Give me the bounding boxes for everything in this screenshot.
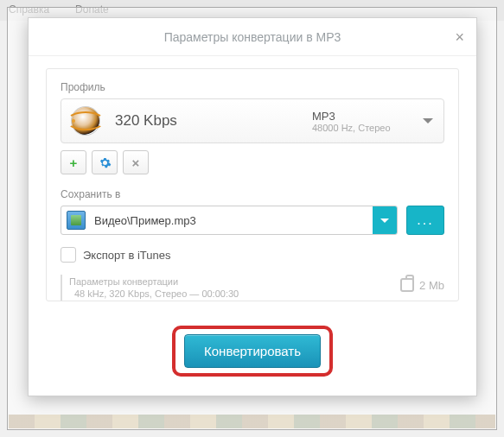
dialog-body: Профиль 320 Kbps MP3 48000 Hz, Стерео + … xyxy=(46,68,459,301)
profile-tools: + × xyxy=(61,150,444,174)
video-file-icon xyxy=(67,211,86,230)
conversion-dialog: Параметры конвертации в MP3 × Профиль 32… xyxy=(28,17,477,396)
dialog-title: Параметры конвертации в MP3 xyxy=(164,30,341,44)
browse-button[interactable]: ... xyxy=(406,206,444,235)
output-size: 2 Mb xyxy=(419,279,444,292)
remove-profile-button[interactable]: × xyxy=(123,150,149,174)
save-path-text: Видео\Пример.mp3 xyxy=(91,214,373,227)
settings-button[interactable] xyxy=(92,150,118,174)
chevron-down-icon xyxy=(423,118,433,124)
profile-details: 48000 Hz, Стерео xyxy=(312,123,416,133)
itunes-export-row: Экспорт в iTunes xyxy=(61,247,444,263)
gear-icon xyxy=(99,156,112,169)
itunes-checkbox[interactable] xyxy=(61,247,76,263)
dialog-titlebar: Параметры конвертации в MP3 × xyxy=(29,18,476,56)
add-profile-button[interactable]: + xyxy=(61,150,86,174)
profile-format: MP3 xyxy=(312,110,416,123)
profile-selector[interactable]: 320 Kbps MP3 48000 Hz, Стерео xyxy=(61,98,444,143)
filesize-icon xyxy=(400,278,414,292)
profile-bitrate: 320 Kbps xyxy=(99,112,312,130)
save-label: Сохранить в xyxy=(61,188,444,200)
path-dropdown-button[interactable] xyxy=(373,206,397,234)
save-section: Сохранить в Видео\Пример.mp3 ... xyxy=(61,188,444,235)
highlight-annotation: Конвертировать xyxy=(172,326,333,377)
action-row: Конвертировать xyxy=(29,310,476,396)
speaker-icon xyxy=(72,107,99,135)
save-path-field[interactable]: Видео\Пример.mp3 xyxy=(61,206,398,235)
itunes-label: Экспорт в iTunes xyxy=(83,249,171,262)
close-icon[interactable]: × xyxy=(455,28,464,47)
convert-button[interactable]: Конвертировать xyxy=(184,334,321,368)
profile-label: Профиль xyxy=(61,81,444,93)
